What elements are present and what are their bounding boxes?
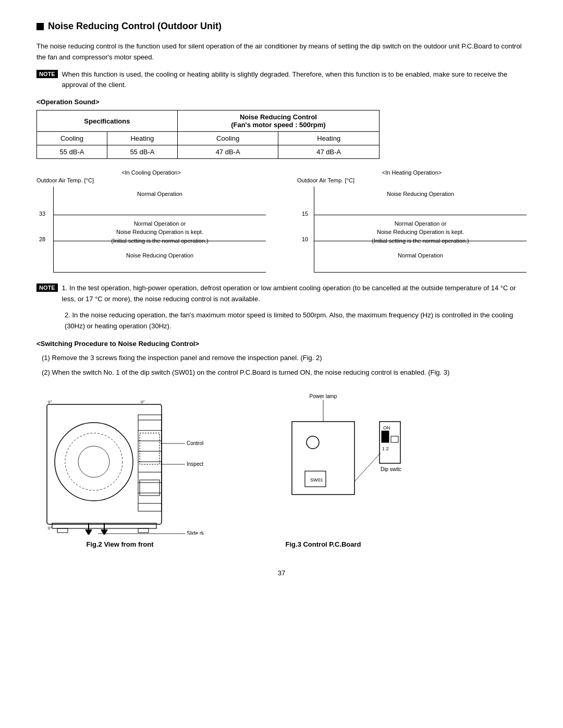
heating-region1: Noise Reducing Operation (314, 191, 527, 197)
svg-rect-15 (57, 528, 68, 533)
cooling-region3: Noise Reducing Operation (54, 252, 266, 258)
svg-rect-41 (382, 431, 389, 442)
svg-marker-22 (101, 529, 108, 535)
note-block-1: NOTE 1. In the test operation, high-powe… (36, 283, 527, 305)
svg-rect-13 (138, 415, 162, 511)
pcboard-svg: Power lamp SW01 ON 1 (245, 390, 401, 536)
svg-text:0°: 0° (141, 400, 145, 404)
page-title: Noise Reducing Control (Outdoor Unit) (36, 21, 527, 32)
svg-point-2 (65, 433, 123, 490)
svg-text:Slide downward: Slide downward (187, 530, 203, 535)
svg-point-1 (55, 423, 133, 501)
note-text: When this function is used, the cooling … (62, 69, 527, 91)
outdoor-unit-svg: Control P.C.Board Inspection panel Slide… (36, 389, 203, 535)
svg-point-35 (307, 436, 319, 449)
switch-step1: (1) Remove the 3 screws fixing the inspe… (36, 352, 527, 364)
diagrams-row: <In Cooling Operation> Outdoor Air Temp.… (36, 169, 527, 273)
main-note: NOTE When this function is used, the coo… (36, 69, 527, 91)
title-square-icon (36, 23, 44, 30)
operation-sound-title: <Operation Sound> (36, 98, 527, 106)
fig2-caption: Fig.2 View from front (86, 540, 153, 548)
svg-rect-17 (140, 433, 160, 464)
notes-badge: NOTE (36, 283, 58, 292)
cooling-region2: Normal Operation orNoise Reducing Operat… (54, 219, 266, 245)
switching-section: <Switching Procedure to Noise Reducing C… (36, 340, 527, 378)
svg-line-38 (354, 453, 381, 482)
nrc-cooling-val: 47 dB-A (177, 145, 278, 159)
nrc-heating-header: Heating (278, 132, 380, 145)
spec-cooling-header: Cooling (37, 132, 107, 145)
fig3-box: Power lamp SW01 ON 1 (245, 390, 401, 548)
svg-text:Inspection panel: Inspection panel (187, 461, 203, 467)
svg-text:Dip switch (SW01): Dip switch (SW01) (381, 466, 401, 472)
switch-title: <Switching Procedure to Noise Reducing C… (36, 340, 527, 348)
cooling-chart: 33 28 Normal Operation Normal Operation … (53, 187, 266, 273)
heating-chart: 15 10 Noise Reducing Operation Normal Op… (314, 187, 527, 273)
cooling-region1: Normal Operation (54, 191, 266, 197)
intro-paragraph: The noise reducing control is the functi… (36, 41, 527, 63)
cooling-diagram: <In Cooling Operation> Outdoor Air Temp.… (36, 169, 266, 273)
spec-cooling-val: 55 dB-A (37, 145, 107, 159)
cooling-ylabel: Outdoor Air Temp. [°C] (36, 177, 266, 183)
col2-header: Noise Reducing Control (Fan's motor spee… (177, 110, 379, 132)
heating-diagram: <In Heating Operation> Outdoor Air Temp.… (297, 169, 527, 273)
heating-region3: Normal Operation (314, 252, 527, 258)
svg-text:ON: ON (383, 425, 390, 430)
fig2-box: Control P.C.Board Inspection panel Slide… (36, 389, 203, 548)
svg-text:Power lamp: Power lamp (310, 393, 337, 399)
spec-heating-header: Heating (107, 132, 177, 145)
heating-line1 (314, 215, 527, 215)
svg-text:1  2: 1 2 (382, 446, 389, 451)
fig3-caption: Fig.3 Control P.C.Board (286, 540, 361, 548)
fig2-diagram: Control P.C.Board Inspection panel Slide… (36, 389, 203, 536)
svg-text:SW01: SW01 (310, 477, 323, 483)
cooling-caption: <In Cooling Operation> (36, 169, 266, 176)
nrc-heating-val: 47 dB-A (278, 145, 380, 159)
svg-text:0°: 0° (48, 400, 52, 404)
spec-heating-val: 55 dB-A (107, 145, 177, 159)
svg-text:0°: 0° (48, 526, 52, 530)
notes-section: NOTE 1. In the test operation, high-powe… (36, 283, 527, 331)
note-badge: NOTE (36, 70, 58, 78)
svg-point-3 (78, 446, 109, 477)
svg-rect-16 (138, 528, 149, 533)
svg-rect-34 (292, 422, 354, 495)
heating-region2: Normal Operation orNoise Reducing Operat… (314, 219, 527, 245)
page-number: 37 (36, 569, 527, 577)
svg-marker-20 (85, 529, 92, 535)
note2-text: 2. In the noise reducing operation, the … (36, 310, 527, 332)
note1-text: 1. In the test operation, high-power ope… (62, 283, 527, 305)
svg-text:Control P.C.Board: Control P.C.Board (187, 440, 203, 446)
cooling-y2: 28 (39, 236, 45, 242)
switch-step2: (2) When the switch No. 1 of the dip swi… (36, 366, 527, 378)
cooling-line1 (54, 215, 266, 215)
heating-y1: 15 (302, 211, 308, 217)
heating-y2: 10 (302, 236, 308, 242)
heating-caption: <In Heating Operation> (297, 169, 527, 176)
nrc-cooling-header: Cooling (177, 132, 278, 145)
specs-table: Specifications Noise Reducing Control (F… (36, 110, 380, 159)
col1-header: Specifications (37, 110, 178, 132)
cooling-y1: 33 (39, 211, 45, 217)
figures-row: Control P.C.Board Inspection panel Slide… (36, 389, 527, 548)
svg-rect-42 (391, 436, 398, 442)
heating-ylabel: Outdoor Air Temp. [°C] (297, 177, 527, 183)
